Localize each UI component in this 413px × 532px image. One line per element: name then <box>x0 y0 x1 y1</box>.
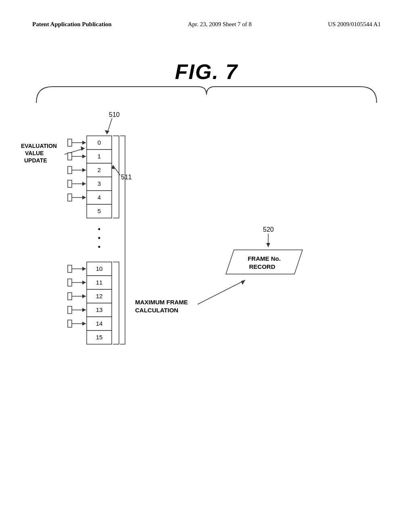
svg-text:12: 12 <box>96 293 103 299</box>
svg-text:•: • <box>98 243 100 251</box>
svg-marker-49 <box>82 294 86 298</box>
svg-rect-45 <box>68 279 72 286</box>
max-frame-label-line1: MAXIMUM FRAME <box>135 299 188 305</box>
svg-marker-54 <box>82 308 86 312</box>
svg-text:•: • <box>98 225 100 233</box>
label-510: 510 <box>109 111 120 118</box>
svg-marker-64 <box>241 280 245 285</box>
figure-title: FIG. 7 <box>175 60 238 84</box>
svg-text:3: 3 <box>98 180 101 187</box>
svg-rect-8 <box>68 139 72 146</box>
svg-marker-17 <box>82 168 86 172</box>
svg-marker-27 <box>82 195 86 200</box>
top-brace <box>32 85 381 107</box>
eval-label-line2: VALUE <box>25 150 44 156</box>
label-520: 520 <box>263 226 274 233</box>
page: Patent Application Publication Apr. 23, … <box>0 0 413 532</box>
svg-line-63 <box>198 280 245 304</box>
svg-text:13: 13 <box>96 306 103 313</box>
svg-rect-13 <box>68 153 72 160</box>
svg-text:1: 1 <box>98 153 101 160</box>
svg-rect-55 <box>68 306 72 314</box>
header-date-sheet: Apr. 23, 2009 Sheet 7 of 8 <box>188 21 252 28</box>
svg-text:5: 5 <box>98 208 101 214</box>
svg-marker-12 <box>82 154 86 158</box>
svg-rect-28 <box>68 194 72 201</box>
svg-marker-67 <box>226 250 302 274</box>
svg-rect-18 <box>68 166 72 174</box>
diagram-svg: 510 EVALUATION VALUE UPDATE 0 1 2 <box>0 107 413 510</box>
svg-text:4: 4 <box>98 194 101 201</box>
svg-rect-23 <box>68 180 72 187</box>
svg-marker-39 <box>82 267 86 271</box>
svg-marker-7 <box>82 141 86 145</box>
svg-text:15: 15 <box>96 334 103 341</box>
svg-marker-59 <box>82 322 86 326</box>
svg-text:11: 11 <box>96 279 103 286</box>
svg-text:10: 10 <box>96 265 103 272</box>
header-publication-label: Patent Application Publication <box>32 21 112 28</box>
svg-rect-60 <box>68 320 72 327</box>
eval-label-line3: UPDATE <box>24 157 47 164</box>
svg-text:•: • <box>98 234 100 242</box>
svg-text:2: 2 <box>98 166 101 173</box>
frame-no-label-line2: RECORD <box>249 263 275 270</box>
eval-label-line1: EVALUATION <box>21 143 57 149</box>
max-frame-label-line2: CALCULATION <box>135 307 178 314</box>
svg-text:0: 0 <box>98 139 101 146</box>
label-511: 511 <box>121 174 132 181</box>
svg-rect-40 <box>68 265 72 272</box>
frame-no-label-line1: FRAME No. <box>248 255 281 262</box>
header: Patent Application Publication Apr. 23, … <box>0 21 413 28</box>
svg-text:14: 14 <box>96 320 103 327</box>
svg-marker-44 <box>82 281 86 285</box>
svg-marker-3 <box>81 146 85 151</box>
svg-rect-50 <box>68 293 72 300</box>
svg-marker-66 <box>266 243 270 247</box>
header-patent-number: US 2009/0105544 A1 <box>328 21 381 28</box>
svg-marker-1 <box>105 130 109 134</box>
svg-marker-22 <box>82 182 86 186</box>
